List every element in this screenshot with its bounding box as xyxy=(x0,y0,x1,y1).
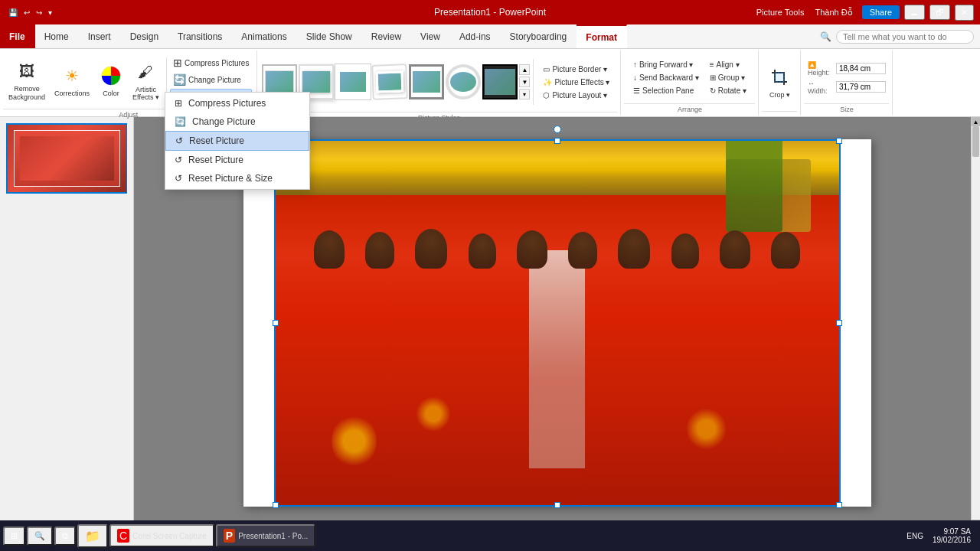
picture-style-4[interactable] xyxy=(372,64,409,100)
search-input[interactable] xyxy=(836,30,974,44)
language-taskbar: ENG xyxy=(906,532,923,540)
resize-handle-bl[interactable] xyxy=(273,502,279,508)
change-picture-icon: 🔄 xyxy=(173,73,186,86)
crop-button[interactable]: Crop ▾ xyxy=(763,63,795,101)
save-button[interactable]: 💾 xyxy=(6,7,20,18)
dropdown-change-picture[interactable]: 🔄 Change Picture xyxy=(165,112,309,131)
resize-handle-tc[interactable] xyxy=(554,138,560,144)
change-picture-button[interactable]: 🔄 Change Picture xyxy=(170,72,252,87)
file-explorer-icon: 📁 xyxy=(85,529,100,543)
resize-handle-br[interactable] xyxy=(836,502,842,508)
size-group-label: Size xyxy=(804,103,889,113)
width-input[interactable] xyxy=(836,81,886,93)
group-icon: ⊞ xyxy=(710,73,716,82)
picture-style-5[interactable] xyxy=(409,64,444,99)
redo-button[interactable]: ↪ xyxy=(34,7,44,18)
ribbon-group-size: 🔼 Height: ↔ Width: Size xyxy=(801,51,893,115)
resize-handle-mr[interactable] xyxy=(836,320,842,326)
tab-storyboarding[interactable]: Storyboarding xyxy=(501,24,577,48)
size-items: 🔼 Height: ↔ Width: xyxy=(806,52,887,103)
bring-forward-button[interactable]: ↑ Bring Forward ▾ xyxy=(630,59,702,70)
taskbar-search-button[interactable]: 🔍 xyxy=(27,527,53,546)
reset-picture-dropdown-icon: ↺ xyxy=(175,155,182,165)
tab-home[interactable]: Home xyxy=(35,24,79,48)
style-scroll-up[interactable]: ▲ xyxy=(519,64,530,75)
corel-button[interactable]: C Corel Screen Capture xyxy=(109,524,214,547)
resize-handle-ml[interactable] xyxy=(273,320,279,326)
artistic-effects-button[interactable]: 🖌 ArtisticEffects ▾ xyxy=(129,57,163,103)
undo-button[interactable]: ↩ xyxy=(21,7,32,18)
picture-style-6[interactable] xyxy=(446,64,481,99)
tab-add-ins[interactable]: Add-ins xyxy=(450,24,501,48)
bring-forward-icon: ↑ xyxy=(633,60,637,69)
style-scroll-buttons: ▲ ▼ ▾ xyxy=(519,64,530,99)
corrections-button[interactable]: ☀ Corrections xyxy=(51,61,93,99)
dropdown-reset-picture[interactable]: ↺ Reset Picture xyxy=(165,151,309,169)
corrections-icon: ☀ xyxy=(60,64,84,88)
scroll-up[interactable]: ▲ xyxy=(972,117,980,126)
file-explorer-button[interactable]: 📁 xyxy=(77,524,108,548)
height-field: 🔼 Height: xyxy=(808,61,886,77)
maximize-button[interactable]: 🗗 xyxy=(929,5,950,20)
powerpoint-taskbar-button[interactable]: P Presentation1 - Po... xyxy=(216,524,316,547)
resize-handle-bc[interactable] xyxy=(554,502,560,508)
compress-pictures-button[interactable]: ⊞ Compress Pictures xyxy=(170,55,252,70)
svg-rect-1 xyxy=(775,73,784,82)
height-input[interactable] xyxy=(836,63,886,74)
selected-image-frame[interactable] xyxy=(274,139,841,507)
tab-insert[interactable]: Insert xyxy=(79,24,121,48)
style-more[interactable]: ▾ xyxy=(519,89,530,99)
tab-review[interactable]: Review xyxy=(362,24,411,48)
windows-icon: ⊞ xyxy=(11,531,18,541)
tab-slide-show[interactable]: Slide Show xyxy=(297,24,362,48)
tab-transitions[interactable]: Transitions xyxy=(168,24,232,48)
picture-effects-button[interactable]: ✨ Picture Effects ▾ xyxy=(540,77,612,88)
picture-tools-label: Picture Tools xyxy=(756,8,805,17)
align-button[interactable]: ≡ Align ▾ xyxy=(707,59,750,70)
tab-format[interactable]: Format xyxy=(577,24,627,48)
picture-style-3[interactable] xyxy=(335,64,371,99)
dropdown-compress-pictures[interactable]: ⊞ Compress Pictures xyxy=(165,94,309,112)
close-button[interactable]: ✕ xyxy=(955,5,974,21)
tab-design[interactable]: Design xyxy=(121,24,168,48)
task-view-button[interactable]: ⧉ xyxy=(54,527,76,546)
group-button[interactable]: ⊞ Group ▾ xyxy=(707,72,750,83)
minimize-button[interactable]: 🗕 xyxy=(904,5,925,20)
tab-file[interactable]: File xyxy=(0,24,35,48)
ribbon-tab-bar: File Home Insert Design Transitions Anim… xyxy=(0,24,980,49)
picture-border-button[interactable]: ▭ Picture Border ▾ xyxy=(540,64,612,75)
dropdown-reset-picture-size[interactable]: ↺ Reset Picture & Size xyxy=(165,169,309,187)
share-button[interactable]: Share xyxy=(862,5,900,19)
resize-handle-tr[interactable] xyxy=(836,138,842,144)
picture-style-7[interactable] xyxy=(482,64,518,99)
tab-view[interactable]: View xyxy=(411,24,450,48)
customize-quick-access-button[interactable]: ▾ xyxy=(46,7,54,18)
picture-layout-button[interactable]: ⬡ Picture Layout ▾ xyxy=(540,90,612,101)
title-bar: 💾 ↩ ↪ ▾ Presentation1 - PowerPoint Pictu… xyxy=(0,0,980,24)
arrange-items: ↑ Bring Forward ▾ ↓ Send Backward ▾ ☰ Se… xyxy=(629,52,751,103)
remove-background-button[interactable]: 🖼 RemoveBackground xyxy=(5,57,49,104)
slide-thumbnail-1[interactable]: 1 xyxy=(6,123,127,194)
color-icon xyxy=(99,64,123,88)
quick-access-toolbar: 💾 ↩ ↪ ▾ xyxy=(6,7,54,18)
ribbon-group-arrange: ↑ Bring Forward ▾ ↓ Send Backward ▾ ☰ Se… xyxy=(621,51,759,115)
task-view-icon: ⧉ xyxy=(62,531,68,541)
width-field: ↔ Width: xyxy=(808,80,886,95)
start-button[interactable]: ⊞ xyxy=(3,527,25,546)
dropdown-reset-picture-active[interactable]: ↺ Reset Picture xyxy=(165,131,309,151)
reset-picture-active-icon: ↺ xyxy=(175,135,183,146)
tab-animations[interactable]: Animations xyxy=(232,24,296,48)
selection-pane-button[interactable]: ☰ Selection Pane xyxy=(630,85,702,96)
rotate-button[interactable]: ↻ Rotate ▾ xyxy=(707,85,750,96)
scroll-thumb[interactable] xyxy=(972,126,979,157)
user-name: Thành Đỗ xyxy=(815,8,852,18)
style-scroll-down[interactable]: ▼ xyxy=(519,77,530,87)
ribbon-group-crop: Crop ▾ xyxy=(759,51,801,115)
rotate-handle[interactable] xyxy=(554,126,561,133)
picture-effects-icon: ✨ xyxy=(543,78,552,86)
powerpoint-icon: P xyxy=(224,529,235,543)
color-button[interactable]: Color xyxy=(95,61,127,99)
crop-group-label xyxy=(762,111,797,113)
vertical-scrollbar[interactable]: ▲ ▼ xyxy=(971,117,980,529)
send-backward-button[interactable]: ↓ Send Backward ▾ xyxy=(630,72,702,83)
